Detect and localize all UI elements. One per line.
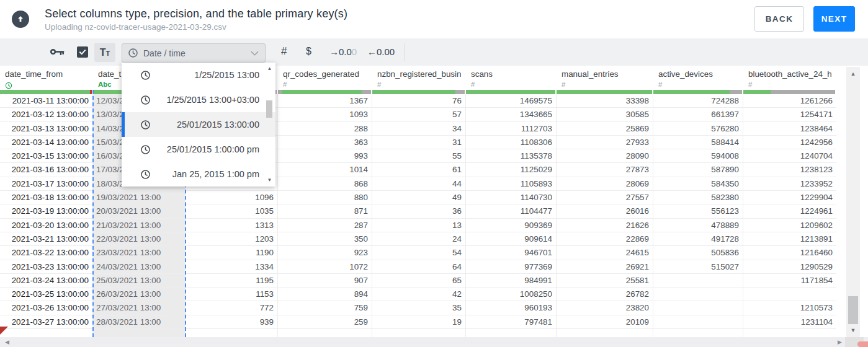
- table-cell[interactable]: 2021-03-14 13:00:00: [0, 136, 93, 149]
- table-cell[interactable]: 1195: [186, 274, 278, 287]
- table-cell[interactable]: 576280: [653, 122, 743, 135]
- table-cell[interactable]: [653, 315, 743, 328]
- table-cell[interactable]: [466, 329, 557, 337]
- table-cell[interactable]: 44: [372, 177, 466, 190]
- table-cell[interactable]: 1254171: [743, 108, 836, 121]
- table-cell[interactable]: 28069: [557, 177, 653, 190]
- table-cell[interactable]: 1231104: [743, 315, 836, 328]
- table-cell[interactable]: 65: [372, 274, 466, 287]
- table-cell[interactable]: 1343665: [466, 108, 557, 121]
- dropdown-scrollbar-thumb[interactable]: [266, 100, 272, 118]
- dropdown-option[interactable]: 25/01/2015 13:00:00: [122, 112, 275, 137]
- table-cell[interactable]: 984991: [466, 274, 557, 287]
- table-cell[interactable]: 64: [372, 260, 466, 273]
- table-cell[interactable]: 26/03/2021 13:00: [93, 288, 186, 301]
- table-cell[interactable]: 2021-03-11 13:00:00: [0, 94, 93, 107]
- table-cell[interactable]: 894: [278, 288, 372, 301]
- table-cell[interactable]: 20/03/2021 13:00: [93, 204, 186, 217]
- table-cell[interactable]: 588414: [653, 136, 743, 149]
- table-cell[interactable]: 1242956: [743, 136, 836, 149]
- table-cell[interactable]: 946701: [466, 246, 557, 259]
- table-cell[interactable]: 23/03/2021 13:00: [93, 246, 186, 259]
- datetime-format-select[interactable]: Date / time: [122, 43, 266, 63]
- table-cell[interactable]: [743, 288, 836, 301]
- table-cell[interactable]: 1104477: [466, 204, 557, 217]
- table-cell[interactable]: [372, 329, 466, 337]
- table-cell[interactable]: 24615: [557, 246, 653, 259]
- table-cell[interactable]: 61: [372, 163, 466, 176]
- table-cell[interactable]: 587890: [653, 163, 743, 176]
- table-cell[interactable]: 35: [372, 301, 466, 314]
- table-cell[interactable]: 363: [278, 136, 372, 149]
- dropdown-option[interactable]: Jan 25, 2015 1:00 pm: [122, 162, 275, 187]
- table-cell[interactable]: 27/03/2021 13:00: [93, 301, 186, 314]
- table-cell[interactable]: 288: [278, 122, 372, 135]
- table-cell[interactable]: 287: [278, 219, 372, 232]
- table-cell[interactable]: 27873: [557, 163, 653, 176]
- column-header[interactable]: date_time_from: [0, 66, 93, 90]
- table-cell[interactable]: 31: [372, 136, 466, 149]
- table-cell[interactable]: 772: [186, 301, 278, 314]
- table-cell[interactable]: 993: [278, 149, 372, 162]
- table-cell[interactable]: 594008: [653, 149, 743, 162]
- table-cell[interactable]: 1210573: [743, 301, 836, 314]
- column-header[interactable]: scans#: [466, 66, 557, 90]
- table-cell[interactable]: 1072: [278, 260, 372, 273]
- table-cell[interactable]: 25/03/2021 13:00: [93, 274, 186, 287]
- table-cell[interactable]: 2021-03-22 13:00:00: [0, 246, 93, 259]
- table-cell[interactable]: 2021-03-20 13:00:00: [0, 219, 93, 232]
- vertical-scrollbar-thumb[interactable]: [848, 296, 858, 324]
- table-cell[interactable]: 33398: [557, 94, 653, 107]
- currency-type-button[interactable]: $: [306, 46, 311, 57]
- table-cell[interactable]: 2021-03-18 13:00:00: [0, 191, 93, 204]
- increase-precision-button[interactable]: ←0.00: [367, 46, 395, 57]
- table-cell[interactable]: 1209602: [743, 219, 836, 232]
- table-cell[interactable]: 1334: [186, 260, 278, 273]
- table-cell[interactable]: 24: [372, 232, 466, 245]
- table-cell[interactable]: [653, 301, 743, 314]
- table-cell[interactable]: 2021-03-26 13:00:00: [0, 301, 93, 314]
- table-cell[interactable]: 1108306: [466, 136, 557, 149]
- table-cell[interactable]: 556123: [653, 204, 743, 217]
- table-cell[interactable]: 20109: [557, 315, 653, 328]
- decrease-precision-button[interactable]: →0.00: [329, 46, 357, 57]
- table-cell[interactable]: 724288: [653, 94, 743, 107]
- scroll-up-icon[interactable]: ▲: [266, 66, 274, 72]
- table-cell[interactable]: 26921: [557, 260, 653, 273]
- table-cell[interactable]: 2021-03-27 13:00:00: [0, 315, 93, 328]
- table-cell[interactable]: 21626: [557, 219, 653, 232]
- table-cell[interactable]: 2021-03-24 13:00:00: [0, 274, 93, 287]
- table-cell[interactable]: 34: [372, 122, 466, 135]
- scroll-right-icon[interactable]: ▶: [838, 339, 842, 345]
- table-cell[interactable]: 2021-03-21 13:00:00: [0, 232, 93, 245]
- table-cell[interactable]: 55: [372, 149, 466, 162]
- table-cell[interactable]: 23820: [557, 301, 653, 314]
- table-cell[interactable]: 1261266: [743, 94, 836, 107]
- table-cell[interactable]: 797481: [466, 315, 557, 328]
- table-cell[interactable]: 1238464: [743, 122, 836, 135]
- table-cell[interactable]: 909614: [466, 232, 557, 245]
- table-cell[interactable]: 880: [278, 191, 372, 204]
- column-checkbox[interactable]: [77, 46, 88, 58]
- table-cell[interactable]: 30585: [557, 108, 653, 121]
- table-cell[interactable]: 24/03/2021 13:00: [93, 260, 186, 273]
- table-cell[interactable]: 584350: [653, 177, 743, 190]
- table-cell[interactable]: 907: [278, 274, 372, 287]
- table-cell[interactable]: 505836: [653, 246, 743, 259]
- column-header[interactable]: qr_codes_generated#: [278, 66, 372, 90]
- table-cell[interactable]: 19/03/2021 13:00: [93, 191, 186, 204]
- table-cell[interactable]: 1469575: [466, 94, 557, 107]
- table-cell[interactable]: 42: [372, 288, 466, 301]
- table-cell[interactable]: 26782: [557, 288, 653, 301]
- table-cell[interactable]: [186, 329, 278, 337]
- table-cell[interactable]: 25869: [557, 122, 653, 135]
- dropdown-option[interactable]: 1/25/2015 13:00: [122, 63, 275, 87]
- table-cell[interactable]: 19: [372, 315, 466, 328]
- table-cell[interactable]: 1125029: [466, 163, 557, 176]
- table-cell[interactable]: 2021-03-16 13:00:00: [0, 163, 93, 176]
- column-header[interactable]: active_devices#: [653, 66, 743, 90]
- table-cell[interactable]: 259: [278, 315, 372, 328]
- table-cell[interactable]: 13: [372, 219, 466, 232]
- table-cell[interactable]: 2021-03-23 13:00:00: [0, 260, 93, 273]
- table-cell[interactable]: 54: [372, 246, 466, 259]
